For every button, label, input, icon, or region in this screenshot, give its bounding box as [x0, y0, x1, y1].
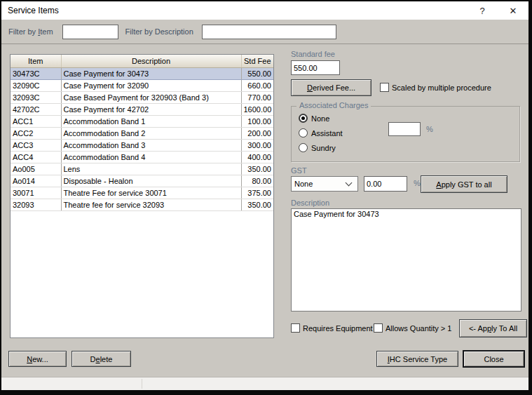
cell-item[interactable]: 32093: [11, 199, 61, 210]
derived-fee-button[interactable]: Derived Fee...: [291, 79, 371, 96]
table-row[interactable]: 42702CCase Payment for 427021600.00: [11, 103, 273, 115]
table-row[interactable]: 32093Theatre fee for service 32093350.00: [11, 199, 273, 210]
radio-none-circle[interactable]: [299, 114, 308, 123]
close-icon[interactable]: ✕: [498, 1, 528, 20]
allows-quantity-label: Allows Quantity > 1: [386, 324, 451, 333]
cell-description[interactable]: Accommodation Band 1: [61, 115, 241, 127]
cell-item[interactable]: ACC3: [11, 139, 61, 151]
radio-assistant[interactable]: Assistant: [299, 128, 343, 138]
cell-description[interactable]: Case Payment for 30473: [61, 67, 241, 79]
associated-charges-label: Associated Charges: [296, 101, 371, 109]
scaled-checkbox[interactable]: Scaled by multiple procedure: [380, 83, 491, 92]
cell-fee[interactable]: 375.00: [241, 187, 273, 199]
table-row[interactable]: 32093CCase Based Payment for 320903 (Ban…: [11, 91, 273, 103]
standard-fee-label: Standard fee: [291, 50, 335, 58]
table-row[interactable]: Ao014Disposable - Healon80.00: [11, 175, 273, 187]
table-row[interactable]: 32090CCase Payment for 32090660.00: [11, 79, 273, 91]
chevron-down-icon: [346, 179, 353, 186]
cell-description[interactable]: Case Based Payment for 320903 (Band 3): [61, 91, 241, 103]
gst-percent-suffix: %: [414, 179, 421, 187]
service-items-dialog: Service Items ? ✕ Filter by Item Filter …: [0, 0, 532, 395]
cell-item[interactable]: 30071: [11, 187, 61, 199]
cell-item[interactable]: 30473C: [11, 67, 61, 79]
cell-item[interactable]: 32093C: [11, 91, 61, 103]
radio-none[interactable]: None: [299, 114, 329, 123]
filter-description-input[interactable]: [202, 25, 336, 39]
table-row[interactable]: 30473CCase Payment for 30473550.00: [11, 67, 273, 79]
description-textarea[interactable]: Case Payment for 30473: [291, 208, 521, 312]
cell-description[interactable]: Disposable - Healon: [61, 175, 241, 187]
cell-fee[interactable]: 350.00: [241, 163, 273, 175]
cell-item[interactable]: Ao005: [11, 163, 61, 175]
cell-item[interactable]: 32090C: [11, 79, 61, 91]
cell-fee[interactable]: 350.00: [241, 199, 273, 210]
radio-sundry-circle[interactable]: [299, 143, 308, 152]
associated-percent-suffix: %: [426, 125, 433, 133]
cell-fee[interactable]: 300.00: [241, 139, 273, 151]
filter-description-label: Filter by Description: [125, 27, 193, 36]
cell-fee[interactable]: 770.00: [241, 91, 273, 103]
cell-description[interactable]: Lens: [61, 163, 241, 175]
cell-item[interactable]: 42702C: [11, 103, 61, 115]
gst-dropdown-value: None: [292, 180, 346, 188]
cell-item[interactable]: ACC1: [11, 115, 61, 127]
description-label: Description: [291, 199, 329, 207]
scaled-checkbox-label: Scaled by multiple procedure: [392, 83, 491, 92]
table-header-row: Item Description Std Fee: [11, 55, 273, 67]
cell-item[interactable]: ACC2: [11, 127, 61, 139]
help-icon[interactable]: ?: [467, 1, 498, 20]
cell-fee[interactable]: 660.00: [241, 79, 273, 91]
cell-item[interactable]: Ao014: [11, 175, 61, 187]
cell-description[interactable]: Case Payment for 32090: [61, 79, 241, 91]
requires-equipment-box[interactable]: [291, 323, 300, 333]
cell-item[interactable]: ACC4: [11, 151, 61, 163]
column-header-stdfee[interactable]: Std Fee: [241, 55, 273, 67]
scaled-checkbox-box[interactable]: [380, 83, 389, 92]
table-row[interactable]: 30071Theatre Fee for service 30071375.00: [11, 187, 273, 199]
cell-description[interactable]: Accommodation Band 4: [61, 151, 241, 163]
cell-fee[interactable]: 80.00: [241, 175, 273, 187]
radio-assistant-circle[interactable]: [299, 128, 308, 138]
table-row[interactable]: ACC2Accommodation Band 2200.00: [11, 127, 273, 139]
cell-fee[interactable]: 1600.00: [241, 103, 273, 115]
apply-to-all-button[interactable]: <- Apply To All: [459, 319, 527, 337]
cell-fee[interactable]: 200.00: [241, 127, 273, 139]
new-button[interactable]: New...: [8, 351, 67, 367]
cell-fee[interactable]: 100.00: [241, 115, 273, 127]
table-row[interactable]: ACC3Accommodation Band 3300.00: [11, 139, 273, 151]
cell-fee[interactable]: 550.00: [241, 67, 273, 79]
associated-charges-group: Associated Charges None Assistant Sundry…: [291, 106, 520, 162]
requires-equipment-label: Requires Equipment: [303, 324, 373, 333]
requires-equipment-checkbox[interactable]: Requires Equipment: [291, 323, 373, 333]
column-header-item[interactable]: Item: [11, 55, 61, 67]
status-bar-divider: [142, 379, 142, 389]
gst-label: GST: [291, 166, 307, 175]
standard-fee-input[interactable]: [291, 60, 340, 75]
radio-sundry[interactable]: Sundry: [299, 143, 336, 152]
filter-item-input[interactable]: [62, 25, 118, 39]
gst-percent-input[interactable]: [364, 176, 407, 192]
cell-description[interactable]: Accommodation Band 2: [61, 127, 241, 139]
allows-quantity-checkbox[interactable]: Allows Quantity > 1: [374, 323, 451, 333]
apply-gst-button[interactable]: Apply GST to all: [421, 175, 507, 193]
column-header-description[interactable]: Description: [61, 55, 241, 67]
table-row[interactable]: Ao005Lens350.00: [11, 163, 273, 175]
cell-description[interactable]: Accommodation Band 3: [61, 139, 241, 151]
allows-quantity-box[interactable]: [374, 323, 383, 333]
filter-item-label: Filter by Item: [8, 27, 53, 36]
cell-description[interactable]: Theatre Fee for service 30071: [61, 187, 241, 199]
cell-description[interactable]: Theatre fee for service 32093: [61, 199, 241, 210]
cell-description[interactable]: Case Payment for 42702: [61, 103, 241, 115]
delete-button[interactable]: Delete: [71, 351, 131, 367]
table-row[interactable]: ACC1Accommodation Band 1100.00: [11, 115, 273, 127]
ihc-service-type-button[interactable]: IHC Service Type: [376, 351, 458, 367]
associated-percent-input[interactable]: [388, 122, 421, 136]
dialog-body: Item Description Std Fee 30473CCase Paym…: [1, 44, 528, 377]
table-row[interactable]: ACC4Accommodation Band 4400.00: [11, 151, 273, 163]
cell-fee[interactable]: 400.00: [241, 151, 273, 163]
status-bar: [1, 377, 528, 390]
close-button[interactable]: Close: [463, 350, 525, 368]
table-body: 30473CCase Payment for 30473550.0032090C…: [11, 67, 273, 210]
window-title: Service Items: [1, 6, 467, 15]
gst-dropdown[interactable]: None: [291, 176, 358, 192]
